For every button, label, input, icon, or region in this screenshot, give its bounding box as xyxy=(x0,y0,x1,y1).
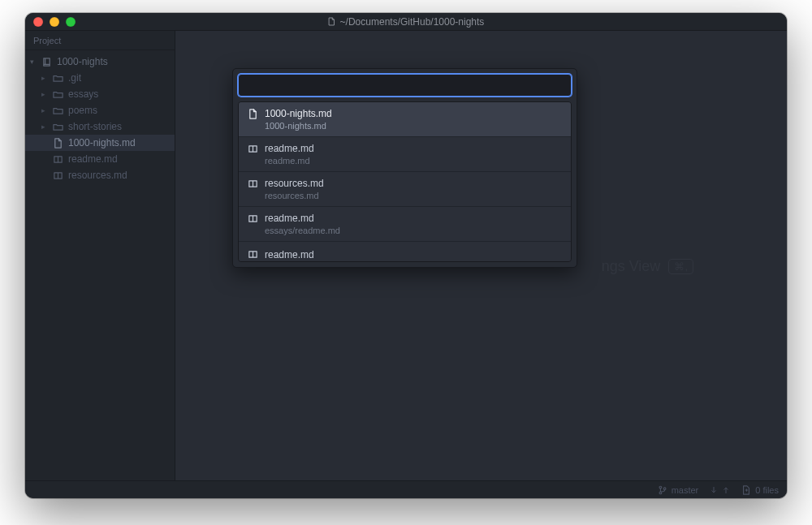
fuzzy-result-path: resources.md xyxy=(247,191,563,200)
tree-file[interactable]: readme.md xyxy=(25,151,175,167)
hint-shortcut: ⌘, xyxy=(668,259,693,274)
hint-text: ngs View xyxy=(602,258,661,275)
fuzzy-result[interactable]: readme.md readme.md xyxy=(239,137,571,172)
arrow-down-icon xyxy=(710,486,718,494)
sidebar-header: Project xyxy=(25,31,175,50)
fuzzy-finder-input[interactable] xyxy=(238,74,572,97)
fuzzy-result-name: readme.md xyxy=(265,143,314,154)
git-sync-status[interactable] xyxy=(710,486,730,494)
chevron-right-icon: ▸ xyxy=(41,123,48,131)
tree-item-label: poems xyxy=(68,105,97,116)
file-icon xyxy=(53,138,63,148)
fuzzy-result[interactable]: 1000-nights.md 1000-nights.md xyxy=(239,102,571,137)
book-icon xyxy=(247,178,258,189)
diff-icon xyxy=(741,485,751,495)
tree-item-label: readme.md xyxy=(68,153,118,165)
zoom-window-button[interactable] xyxy=(66,17,76,27)
git-files-status[interactable]: 0 files xyxy=(741,485,779,495)
tree-item-label: essays xyxy=(68,88,98,100)
status-bar: master 0 files xyxy=(25,480,787,498)
file-icon xyxy=(247,108,258,119)
window-title: ~/Documents/GitHub/1000-nights xyxy=(25,16,787,28)
book-icon xyxy=(247,249,258,260)
arrow-up-icon xyxy=(722,486,730,494)
tree-item-label: .git xyxy=(68,72,81,84)
book-icon xyxy=(53,154,63,165)
folder-icon xyxy=(53,122,63,132)
file-tree: ▾ 1000-nights ▸ .git ▸ xyxy=(25,50,175,187)
git-branch-icon xyxy=(658,485,667,495)
tree-file[interactable]: resources.md xyxy=(25,167,175,183)
fuzzy-result-path: readme.md xyxy=(247,156,563,166)
window-controls xyxy=(25,17,76,27)
fuzzy-result[interactable]: resources.md resources.md xyxy=(239,172,571,207)
fuzzy-result-name: resources.md xyxy=(265,178,324,189)
tree-folder[interactable]: ▸ .git xyxy=(25,70,175,86)
project-sidebar: Project ▾ 1000-nights ▸ .git xyxy=(25,31,175,480)
fuzzy-result-name: 1000-nights.md xyxy=(265,108,332,119)
tree-item-label: 1000-nights.md xyxy=(68,137,136,148)
fuzzy-result-path: 1000-nights.md xyxy=(247,121,563,131)
tree-folder[interactable]: ▸ poems xyxy=(25,102,175,118)
background-hint: ngs View ⌘, xyxy=(602,258,693,275)
folder-icon xyxy=(53,73,63,84)
chevron-down-icon: ▾ xyxy=(30,58,37,66)
book-icon xyxy=(247,213,258,224)
titlebar: ~/Documents/GitHub/1000-nights xyxy=(25,13,787,31)
minimize-window-button[interactable] xyxy=(50,17,59,27)
app-window: ~/Documents/GitHub/1000-nights Project ▾… xyxy=(25,13,787,498)
tree-file[interactable]: 1000-nights.md xyxy=(25,135,175,151)
chevron-right-icon: ▸ xyxy=(41,106,48,114)
sidebar-header-label: Project xyxy=(33,36,61,45)
book-icon xyxy=(247,143,258,154)
chevron-right-icon: ▸ xyxy=(41,74,48,82)
tree-folder[interactable]: ▸ essays xyxy=(25,86,175,102)
tree-item-label: short-stories xyxy=(68,121,122,132)
git-branch-name: master xyxy=(672,485,699,495)
tree-item-label: resources.md xyxy=(68,170,127,181)
tree-root-label: 1000-nights xyxy=(57,56,108,67)
fuzzy-finder-results: 1000-nights.md 1000-nights.md readme.md … xyxy=(238,101,572,262)
fuzzy-result-name: readme.md xyxy=(265,213,314,224)
tree-folder[interactable]: ▸ short-stories xyxy=(25,118,175,135)
repo-icon xyxy=(41,57,52,67)
window-title-text: ~/Documents/GitHub/1000-nights xyxy=(340,16,485,28)
document-icon xyxy=(328,17,335,26)
folder-icon xyxy=(53,105,63,116)
chevron-right-icon: ▸ xyxy=(41,90,48,98)
fuzzy-result[interactable]: readme.md essays/readme.md xyxy=(239,207,571,242)
close-window-button[interactable] xyxy=(33,17,43,27)
git-branch-status[interactable]: master xyxy=(658,485,699,495)
book-icon xyxy=(53,170,63,181)
tree-root[interactable]: ▾ 1000-nights xyxy=(25,54,175,70)
fuzzy-result[interactable]: readme.md xyxy=(239,242,571,261)
git-files-count: 0 files xyxy=(755,485,779,495)
folder-icon xyxy=(53,89,63,100)
fuzzy-finder-panel: 1000-nights.md 1000-nights.md readme.md … xyxy=(232,68,577,268)
fuzzy-result-path: essays/readme.md xyxy=(247,226,563,235)
fuzzy-result-name: readme.md xyxy=(265,249,314,260)
